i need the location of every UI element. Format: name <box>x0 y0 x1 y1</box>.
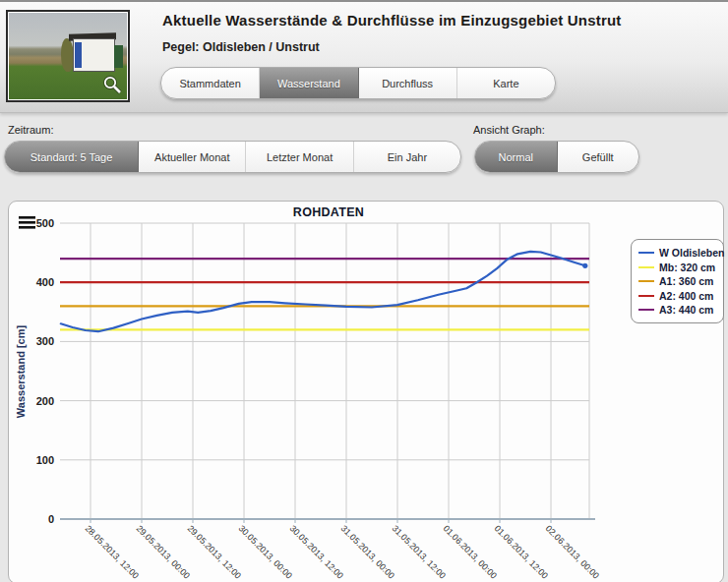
x-tick-label: 30.05.2013, 12:00 <box>288 523 345 580</box>
ansicht-option-normal[interactable]: Normal <box>475 142 558 172</box>
x-tick-label: 01.06.2013, 12:00 <box>493 523 550 580</box>
y-tick-label: 0 <box>48 513 54 525</box>
x-tick-label: 02.06.2013, 00:00 <box>544 523 601 580</box>
tab-stammdaten[interactable]: Stammdaten <box>161 68 260 98</box>
legend-color-dash <box>638 295 654 297</box>
zeitraum-label: Zeitraum: <box>8 124 53 136</box>
y-tick-label: 400 <box>36 276 54 288</box>
x-tick-label: 29.05.2013, 12:00 <box>186 523 243 580</box>
series-last-point-marker <box>582 263 587 268</box>
zeitraum-option-standard-5-tage[interactable]: Standard: 5 Tage <box>5 142 139 172</box>
y-axis-title: Wasserstand [cm] <box>15 324 27 418</box>
magnifier-icon <box>101 75 123 96</box>
tab-durchfluss[interactable]: Durchfluss <box>359 68 457 98</box>
ansicht-graph-label: Ansicht Graph: <box>473 124 545 136</box>
station-photo-scene <box>9 13 127 99</box>
legend-item-mb[interactable]: Mb: 320 cm <box>638 261 716 275</box>
x-tick-label: 28.05.2013, 12:00 <box>84 523 141 580</box>
x-tick-label: 31.05.2013, 00:00 <box>339 523 396 580</box>
x-tick-label: 31.05.2013, 12:00 <box>391 523 448 580</box>
legend-item-a3[interactable]: A3: 440 cm <box>638 303 716 318</box>
shed-shape <box>114 45 124 68</box>
zeitraum-option-aktueller-monat[interactable]: Aktueller Monat <box>139 142 246 172</box>
y-tick-label: 300 <box>36 335 54 347</box>
zeitraum-option-letzter-monat[interactable]: Letzter Monat <box>246 142 353 172</box>
legend-color-dash <box>638 309 654 311</box>
hut-door-shape <box>75 42 82 68</box>
series-line-w-oldisleben <box>61 252 585 331</box>
chart-menu-icon[interactable] <box>19 216 35 229</box>
station-photo-thumbnail[interactable] <box>6 10 130 102</box>
legend-item-w-oldisleben[interactable]: W Oldisleben <box>638 246 716 261</box>
zeitraum-button-group: Standard: 5 Tage Aktueller Monat Letzter… <box>4 141 461 173</box>
x-tick-label: 30.05.2013, 00:00 <box>237 523 294 580</box>
legend-label: A3: 440 cm <box>659 304 713 316</box>
legend-color-dash <box>638 280 654 282</box>
legend-color-dash <box>638 252 654 254</box>
legend-label: A2: 400 cm <box>659 290 713 302</box>
y-tick-label: 500 <box>36 217 54 229</box>
zeitraum-option-ein-jahr[interactable]: Ein Jahr <box>354 142 460 172</box>
legend-color-dash <box>638 266 654 268</box>
page-header: Aktuelle Wasserstände & Durchflüsse im E… <box>0 2 728 113</box>
chart-title: ROHDATEN <box>63 205 594 219</box>
ansicht-button-group: Normal Gefüllt <box>474 141 639 173</box>
tab-bar: Stammdaten Wasserstand Durchfluss Karte <box>160 67 556 99</box>
legend-label: Mb: 320 cm <box>659 262 715 273</box>
tab-wasserstand[interactable]: Wasserstand <box>260 68 358 98</box>
legend-label: A1: 360 cm <box>659 275 713 287</box>
legend-item-a2[interactable]: A2: 400 cm <box>638 289 716 304</box>
x-tick-label: 29.05.2013, 00:00 <box>135 523 192 580</box>
pegel-page: { "header": { "title": "Aktuelle Wassers… <box>0 0 728 582</box>
chart-panel: ROHDATEN 010020030040050028.05.2013, 12:… <box>8 201 724 582</box>
y-tick-label: 100 <box>36 454 54 466</box>
legend-label: W Oldisleben <box>659 247 725 259</box>
legend-item-a1[interactable]: A1: 360 cm <box>638 274 716 289</box>
station-subtitle: Pegel: Oldisleben / Unstrut <box>162 40 320 54</box>
chart-legend: W Oldisleben Mb: 320 cm A1: 360 cm A2: 4… <box>631 239 724 323</box>
x-tick-label: 01.06.2013, 00:00 <box>442 523 499 580</box>
page-title: Aktuelle Wasserstände & Durchflüsse im E… <box>162 12 718 29</box>
tab-karte[interactable]: Karte <box>457 68 555 98</box>
ansicht-option-gefuellt[interactable]: Gefüllt <box>558 142 639 172</box>
y-tick-label: 200 <box>36 395 54 407</box>
chart-plot-area: 010020030040050028.05.2013, 12:0029.05.2… <box>9 202 723 582</box>
